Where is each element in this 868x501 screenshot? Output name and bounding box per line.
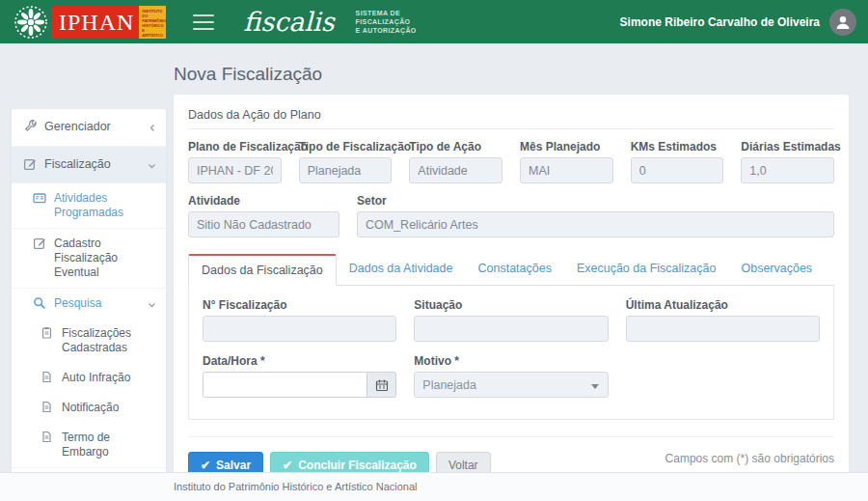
field-label: KMs Estimados	[631, 140, 724, 153]
field-label: Diárias Estimadas	[741, 140, 834, 153]
app-root: IPHAN Instituto do Patrimônio Histórico …	[0, 0, 868, 501]
setor-field	[357, 211, 834, 237]
diarias-estimadas-field	[741, 157, 834, 183]
system-name-line: SISTEMA DE	[356, 9, 417, 17]
iphan-logo[interactable]: IPHAN Instituto do Patrimônio Histórico …	[0, 0, 166, 43]
empty-col	[626, 354, 820, 398]
sidebar-item-label: Cadastro Fiscalização Eventual	[54, 237, 143, 280]
field-label: Motivo *	[414, 354, 608, 368]
field-label: Atividade	[188, 194, 339, 208]
sidebar-item-pesquisa[interactable]: Pesquisa	[12, 289, 166, 319]
kms-estimados-field	[631, 157, 724, 183]
field-label: Tipo de Fiscalização	[299, 140, 393, 153]
footer-text: Instituto do Patrimônio Histórico e Artí…	[174, 481, 418, 492]
system-name-line: E AUTORIZAÇÃO	[356, 26, 417, 35]
atividade-field	[188, 211, 339, 237]
tipo-de-fiscalizacao-field	[299, 157, 393, 183]
chevron-down-icon	[148, 159, 156, 175]
nova-fiscalizacao-card: Dados da Ação do Plano Plano de Fiscaliz…	[174, 95, 849, 494]
tab-dados-da-fiscalizacao[interactable]: Dados da Fiscalização	[188, 254, 337, 286]
tab-execucao-da-fiscalizacao[interactable]: Execução da Fiscalização	[564, 254, 729, 285]
plan-fields-row: Plano de Fiscalização Tipo de Fiscalizaç…	[188, 140, 834, 183]
field-label: Setor	[357, 194, 834, 208]
numero-fiscalizacao-field	[203, 316, 396, 342]
plan-section-legend: Dados da Ação do Plano	[188, 108, 834, 129]
situacao-field	[414, 316, 608, 342]
tab-bar: Dados da Fiscalização Dados da Atividade…	[188, 254, 834, 286]
hamburger-menu-icon[interactable]	[193, 14, 214, 30]
field-label: Tipo de Ação	[409, 140, 502, 153]
pane-row-2: Data/Hora * Motivo * Planejada	[203, 354, 820, 398]
edit-icon	[33, 237, 47, 250]
iphan-full-name-box: Instituto do Patrimônio Histórico e Artí…	[139, 6, 166, 39]
atividade-setor-row: Atividade Setor	[188, 194, 834, 237]
list-card-icon	[33, 191, 47, 205]
field-label: Mês Planejado	[520, 140, 613, 153]
check-icon: ✔	[201, 459, 210, 472]
caret-down-icon	[591, 384, 599, 389]
file-icon	[41, 371, 55, 383]
field-label: Data/Hora *	[203, 354, 396, 368]
field-label: Plano de Fiscalização	[188, 140, 282, 153]
tipo-de-acao-field	[409, 157, 502, 183]
sidebar-item-label: Gerenciador	[44, 120, 111, 135]
sidebar-item-cadastro-fiscalizacao-eventual[interactable]: Cadastro Fiscalização Eventual	[12, 229, 166, 289]
ultima-atualizacao-field	[626, 316, 820, 342]
chevron-down-icon	[148, 298, 156, 313]
chevron-left-icon	[149, 122, 156, 137]
pane-row-1: N° Fiscalização Situação Última Atualiza…	[203, 298, 820, 342]
concluir-button-label: Concluir Fiscalização	[298, 459, 417, 472]
user-avatar-icon[interactable]	[829, 9, 856, 36]
app-brand: fiscalis	[243, 9, 334, 35]
iphan-emblem-icon	[14, 5, 48, 40]
sidebar-item-auto-infracao[interactable]: Auto Infração	[12, 363, 166, 393]
system-name: SISTEMA DE FISCALIZAÇÃO E AUTORIZAÇÃO	[356, 9, 417, 35]
field-label: Situação	[414, 298, 608, 312]
page-title: Nova Fiscalização	[174, 64, 849, 85]
system-name-line: FISCALIZAÇÃO	[356, 17, 417, 26]
tab-dados-da-atividade[interactable]: Dados da Atividade	[337, 254, 466, 285]
sidebar-item-label: Notificação	[62, 401, 119, 415]
plano-de-fiscalizacao-field	[188, 157, 282, 183]
sidebar-item-label: Fiscalizações Cadastradas	[62, 326, 143, 355]
main-content: Nova Fiscalização Dados da Ação do Plano…	[174, 43, 849, 494]
iphan-acronym: IPHAN	[59, 11, 134, 34]
salvar-button-label: Salvar	[216, 459, 251, 472]
clipboard-icon	[41, 326, 55, 339]
edit-icon	[23, 157, 38, 171]
tab-observacoes[interactable]: Observações	[728, 254, 825, 285]
sidebar-item-label: Termo de Embargo	[62, 431, 143, 459]
sidebar-item-gerenciador[interactable]: Gerenciador	[12, 109, 166, 147]
check-icon: ✔	[283, 459, 292, 472]
sidebar-item-label: Atividades Programadas	[54, 191, 143, 220]
page-footer: Instituto do Patrimônio Histórico e Artí…	[0, 472, 868, 501]
user-name: Simone Ribeiro Carvalho de Oliveira	[620, 15, 820, 29]
sidebar-item-label: Auto Infração	[62, 371, 130, 385]
tab-constatacoes[interactable]: Constatações	[465, 254, 563, 285]
sidebar-item-termo-de-embargo[interactable]: Termo de Embargo	[12, 423, 166, 468]
voltar-button-label: Voltar	[448, 459, 478, 472]
sidebar-item-label: Pesquisa	[54, 296, 101, 311]
file-icon	[41, 401, 55, 413]
field-label: N° Fiscalização	[203, 298, 396, 312]
sidebar-item-notificacao[interactable]: Notificação	[12, 393, 166, 423]
motivo-select: Planejada	[414, 372, 608, 398]
file-icon	[41, 431, 55, 443]
top-header: IPHAN Instituto do Patrimônio Histórico …	[0, 0, 868, 43]
user-menu[interactable]: Simone Ribeiro Carvalho de Oliveira	[620, 9, 868, 36]
data-hora-input[interactable]	[203, 372, 367, 398]
sidebar-item-atividades-programadas[interactable]: Atividades Programadas	[12, 183, 166, 229]
tab-pane-dados-da-fiscalizacao: N° Fiscalização Situação Última Atualiza…	[188, 286, 834, 420]
wrench-icon	[23, 120, 38, 133]
calendar-button[interactable]	[367, 372, 396, 398]
sidebar-item-fiscalizacao[interactable]: Fiscalização	[12, 147, 166, 184]
mes-planejado-field	[520, 157, 613, 183]
motivo-selected-value: Planejada	[422, 378, 476, 392]
sidebar-item-fiscalizacoes-cadastradas[interactable]: Fiscalizações Cadastradas	[12, 319, 166, 363]
search-icon	[33, 296, 47, 310]
field-label: Última Atualização	[626, 298, 820, 312]
calendar-icon	[375, 378, 389, 392]
required-fields-note: Campos com (*) são obrigatórios	[665, 452, 834, 465]
iphan-wordmark: IPHAN	[52, 6, 139, 39]
sidebar-item-label: Fiscalização	[44, 157, 111, 173]
